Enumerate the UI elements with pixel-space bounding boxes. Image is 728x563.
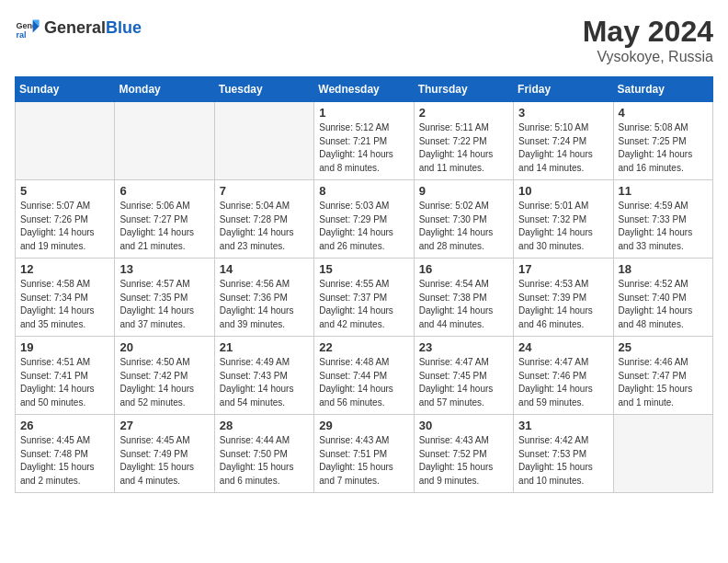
day-info: Sunrise: 4:43 AMSunset: 7:52 PMDaylight:… (419, 434, 508, 488)
calendar-cell: 27Sunrise: 4:45 AMSunset: 7:49 PMDayligh… (115, 415, 214, 493)
calendar-cell: 26Sunrise: 4:45 AMSunset: 7:48 PMDayligh… (16, 415, 115, 493)
weekday-header-friday: Friday (514, 77, 613, 102)
calendar-cell: 21Sunrise: 4:49 AMSunset: 7:43 PMDayligh… (214, 337, 313, 415)
day-info: Sunrise: 4:44 AMSunset: 7:50 PMDaylight:… (220, 434, 309, 488)
day-info: Sunrise: 5:02 AMSunset: 7:30 PMDaylight:… (419, 200, 508, 253)
day-info: Sunrise: 5:01 AMSunset: 7:32 PMDaylight:… (518, 200, 608, 253)
day-number: 30 (419, 419, 508, 432)
logo: Gene ral GeneralBlue (15, 15, 142, 40)
day-number: 5 (20, 184, 109, 198)
day-info: Sunrise: 5:10 AMSunset: 7:24 PMDaylight:… (518, 121, 608, 175)
day-number: 19 (20, 340, 109, 354)
title-block: May 2024 Vysokoye, Russia (583, 15, 713, 65)
calendar-cell: 10Sunrise: 5:01 AMSunset: 7:32 PMDayligh… (514, 180, 613, 259)
day-number: 27 (119, 419, 209, 432)
day-number: 4 (619, 106, 708, 120)
location-title: Vysokoye, Russia (583, 49, 713, 65)
day-info: Sunrise: 5:06 AMSunset: 7:27 PMDaylight:… (119, 200, 209, 253)
calendar-week-4: 19Sunrise: 4:51 AMSunset: 7:41 PMDayligh… (16, 337, 713, 415)
calendar-week-1: 1Sunrise: 5:12 AMSunset: 7:21 PMDaylight… (16, 102, 713, 180)
calendar-cell: 2Sunrise: 5:11 AMSunset: 7:22 PMDaylight… (414, 102, 513, 180)
svg-text:ral: ral (16, 30, 26, 40)
calendar-cell: 18Sunrise: 4:52 AMSunset: 7:40 PMDayligh… (613, 259, 712, 337)
logo-blue-text: Blue (106, 18, 142, 37)
calendar-cell (214, 102, 313, 180)
day-number: 17 (518, 262, 608, 276)
calendar-cell: 22Sunrise: 4:48 AMSunset: 7:44 PMDayligh… (314, 337, 414, 415)
day-number: 11 (619, 184, 708, 198)
day-info: Sunrise: 4:47 AMSunset: 7:46 PMDaylight:… (518, 356, 608, 409)
day-number: 8 (319, 184, 408, 198)
day-number: 16 (419, 262, 508, 276)
calendar-cell: 19Sunrise: 4:51 AMSunset: 7:41 PMDayligh… (16, 337, 115, 415)
weekday-header-sunday: Sunday (16, 77, 115, 102)
calendar-cell: 8Sunrise: 5:03 AMSunset: 7:29 PMDaylight… (314, 180, 414, 259)
day-number: 15 (319, 262, 408, 276)
day-info: Sunrise: 4:55 AMSunset: 7:37 PMDaylight:… (319, 278, 408, 331)
day-info: Sunrise: 4:54 AMSunset: 7:38 PMDaylight:… (419, 278, 508, 331)
day-info: Sunrise: 4:56 AMSunset: 7:36 PMDaylight:… (220, 278, 309, 331)
day-number: 24 (518, 340, 608, 354)
day-info: Sunrise: 5:12 AMSunset: 7:21 PMDaylight:… (319, 121, 408, 175)
logo-general-text: General (44, 18, 106, 37)
day-info: Sunrise: 4:47 AMSunset: 7:45 PMDaylight:… (419, 356, 508, 409)
day-number: 28 (220, 419, 309, 432)
day-number: 25 (619, 340, 708, 354)
calendar-cell: 14Sunrise: 4:56 AMSunset: 7:36 PMDayligh… (214, 259, 313, 337)
day-number: 10 (518, 184, 608, 198)
calendar-cell: 6Sunrise: 5:06 AMSunset: 7:27 PMDaylight… (115, 180, 214, 259)
calendar-cell: 9Sunrise: 5:02 AMSunset: 7:30 PMDaylight… (414, 180, 513, 259)
day-info: Sunrise: 5:03 AMSunset: 7:29 PMDaylight:… (319, 200, 408, 253)
day-number: 22 (319, 340, 408, 354)
calendar-week-2: 5Sunrise: 5:07 AMSunset: 7:26 PMDaylight… (16, 180, 713, 259)
month-title: May 2024 (583, 15, 713, 49)
calendar-cell: 24Sunrise: 4:47 AMSunset: 7:46 PMDayligh… (514, 337, 613, 415)
day-info: Sunrise: 5:08 AMSunset: 7:25 PMDaylight:… (619, 121, 708, 175)
calendar-cell: 12Sunrise: 4:58 AMSunset: 7:34 PMDayligh… (16, 259, 115, 337)
day-info: Sunrise: 5:11 AMSunset: 7:22 PMDaylight:… (419, 121, 508, 175)
logo-icon: Gene ral (15, 15, 40, 40)
day-info: Sunrise: 4:53 AMSunset: 7:39 PMDaylight:… (518, 278, 608, 331)
day-number: 18 (619, 262, 708, 276)
day-number: 6 (119, 184, 209, 198)
day-number: 26 (20, 419, 109, 432)
calendar-cell: 23Sunrise: 4:47 AMSunset: 7:45 PMDayligh… (414, 337, 513, 415)
calendar-cell: 1Sunrise: 5:12 AMSunset: 7:21 PMDaylight… (314, 102, 414, 180)
day-info: Sunrise: 5:07 AMSunset: 7:26 PMDaylight:… (20, 200, 109, 253)
day-info: Sunrise: 4:59 AMSunset: 7:33 PMDaylight:… (619, 200, 708, 253)
calendar-cell (115, 102, 214, 180)
day-number: 14 (220, 262, 309, 276)
day-info: Sunrise: 5:04 AMSunset: 7:28 PMDaylight:… (220, 200, 309, 253)
calendar-cell (16, 102, 115, 180)
calendar-cell: 3Sunrise: 5:10 AMSunset: 7:24 PMDaylight… (514, 102, 613, 180)
day-info: Sunrise: 4:48 AMSunset: 7:44 PMDaylight:… (319, 356, 408, 409)
weekday-header-tuesday: Tuesday (214, 77, 313, 102)
weekday-header-monday: Monday (115, 77, 214, 102)
calendar-cell: 5Sunrise: 5:07 AMSunset: 7:26 PMDaylight… (16, 180, 115, 259)
weekday-header-thursday: Thursday (414, 77, 513, 102)
day-info: Sunrise: 4:52 AMSunset: 7:40 PMDaylight:… (619, 278, 708, 331)
calendar-cell: 7Sunrise: 5:04 AMSunset: 7:28 PMDaylight… (214, 180, 313, 259)
calendar-cell: 4Sunrise: 5:08 AMSunset: 7:25 PMDaylight… (613, 102, 712, 180)
day-number: 23 (419, 340, 508, 354)
weekday-header-row: SundayMondayTuesdayWednesdayThursdayFrid… (16, 77, 713, 102)
day-number: 7 (220, 184, 309, 198)
calendar-cell: 25Sunrise: 4:46 AMSunset: 7:47 PMDayligh… (613, 337, 712, 415)
calendar-body: 1Sunrise: 5:12 AMSunset: 7:21 PMDaylight… (16, 102, 713, 493)
day-number: 20 (119, 340, 209, 354)
day-number: 3 (518, 106, 608, 120)
calendar-table: SundayMondayTuesdayWednesdayThursdayFrid… (15, 76, 713, 493)
calendar-cell: 15Sunrise: 4:55 AMSunset: 7:37 PMDayligh… (314, 259, 414, 337)
day-info: Sunrise: 4:50 AMSunset: 7:42 PMDaylight:… (119, 356, 209, 409)
day-number: 2 (419, 106, 508, 120)
day-number: 12 (20, 262, 109, 276)
calendar-cell: 29Sunrise: 4:43 AMSunset: 7:51 PMDayligh… (314, 415, 414, 493)
calendar-week-5: 26Sunrise: 4:45 AMSunset: 7:48 PMDayligh… (16, 415, 713, 493)
calendar-cell: 31Sunrise: 4:42 AMSunset: 7:53 PMDayligh… (514, 415, 613, 493)
calendar-cell: 28Sunrise: 4:44 AMSunset: 7:50 PMDayligh… (214, 415, 313, 493)
day-info: Sunrise: 4:43 AMSunset: 7:51 PMDaylight:… (319, 434, 408, 488)
day-info: Sunrise: 4:46 AMSunset: 7:47 PMDaylight:… (619, 356, 708, 409)
weekday-header-saturday: Saturday (613, 77, 712, 102)
day-info: Sunrise: 4:57 AMSunset: 7:35 PMDaylight:… (119, 278, 209, 331)
calendar-cell: 16Sunrise: 4:54 AMSunset: 7:38 PMDayligh… (414, 259, 513, 337)
